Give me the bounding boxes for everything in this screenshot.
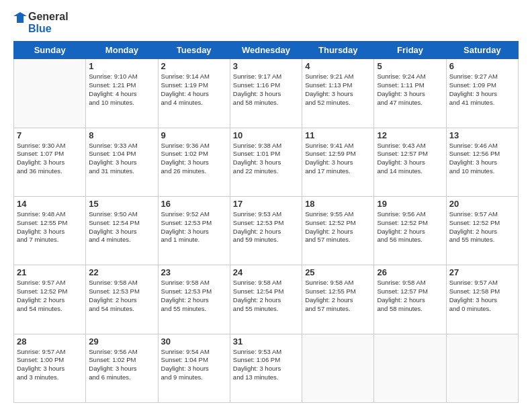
calendar-cell: 5Sunrise: 9:24 AM Sunset: 1:11 PM Daylig… — [374, 59, 446, 128]
day-info: Sunrise: 9:30 AM Sunset: 1:07 PM Dayligh… — [17, 142, 83, 176]
logo-general: General — [28, 11, 69, 23]
day-info: Sunrise: 9:57 AM Sunset: 12:58 PM Daylig… — [449, 279, 515, 313]
calendar-cell: 18Sunrise: 9:55 AM Sunset: 12:52 PM Dayl… — [302, 196, 374, 265]
day-number: 20 — [449, 199, 515, 209]
day-number: 15 — [89, 199, 154, 209]
calendar-cell: 6Sunrise: 9:27 AM Sunset: 1:09 PM Daylig… — [446, 59, 518, 128]
calendar-week-1: 1Sunrise: 9:10 AM Sunset: 1:21 PM Daylig… — [14, 59, 519, 128]
day-number: 11 — [305, 130, 371, 140]
day-info: Sunrise: 9:27 AM Sunset: 1:09 PM Dayligh… — [449, 73, 515, 107]
calendar-cell: 3Sunrise: 9:17 AM Sunset: 1:16 PM Daylig… — [230, 59, 302, 128]
day-info: Sunrise: 9:55 AM Sunset: 12:52 PM Daylig… — [305, 210, 371, 244]
calendar-week-3: 14Sunrise: 9:48 AM Sunset: 12:55 PM Dayl… — [14, 196, 519, 265]
calendar-cell — [302, 334, 374, 402]
calendar-cell: 27Sunrise: 9:57 AM Sunset: 12:58 PM Dayl… — [446, 265, 518, 334]
calendar-cell: 1Sunrise: 9:10 AM Sunset: 1:21 PM Daylig… — [86, 59, 158, 128]
weekday-header-friday: Friday — [374, 42, 446, 59]
day-number: 2 — [161, 61, 227, 71]
day-number: 19 — [377, 199, 443, 209]
day-info: Sunrise: 9:56 AM Sunset: 1:02 PM Dayligh… — [89, 348, 154, 382]
day-info: Sunrise: 9:17 AM Sunset: 1:16 PM Dayligh… — [233, 73, 299, 107]
day-number: 25 — [305, 267, 371, 277]
day-info: Sunrise: 9:24 AM Sunset: 1:11 PM Dayligh… — [377, 73, 443, 107]
logo-blue: Blue — [28, 23, 69, 35]
page: General Blue SundayMondayTuesdayWednesda… — [0, 0, 532, 411]
calendar-cell: 4Sunrise: 9:21 AM Sunset: 1:13 PM Daylig… — [302, 59, 374, 128]
day-info: Sunrise: 9:36 AM Sunset: 1:02 PM Dayligh… — [161, 142, 227, 176]
calendar-cell — [446, 334, 518, 402]
weekday-header-saturday: Saturday — [446, 42, 518, 59]
day-number: 27 — [449, 267, 515, 277]
weekday-header-thursday: Thursday — [302, 42, 374, 59]
day-info: Sunrise: 9:57 AM Sunset: 12:52 PM Daylig… — [449, 210, 515, 244]
day-number: 30 — [161, 336, 227, 347]
calendar-cell: 20Sunrise: 9:57 AM Sunset: 12:52 PM Dayl… — [446, 196, 518, 265]
day-number: 23 — [161, 267, 227, 277]
calendar-cell: 15Sunrise: 9:50 AM Sunset: 12:54 PM Dayl… — [86, 196, 158, 265]
calendar-cell: 8Sunrise: 9:33 AM Sunset: 1:04 PM Daylig… — [86, 128, 158, 196]
day-info: Sunrise: 9:38 AM Sunset: 1:01 PM Dayligh… — [233, 142, 299, 176]
calendar-cell: 14Sunrise: 9:48 AM Sunset: 12:55 PM Dayl… — [14, 196, 86, 265]
calendar-cell: 10Sunrise: 9:38 AM Sunset: 1:01 PM Dayli… — [230, 128, 302, 196]
weekday-header-monday: Monday — [86, 42, 158, 59]
day-info: Sunrise: 9:41 AM Sunset: 12:59 PM Daylig… — [305, 142, 371, 176]
calendar-cell: 22Sunrise: 9:58 AM Sunset: 12:53 PM Dayl… — [86, 265, 158, 334]
calendar-table: SundayMondayTuesdayWednesdayThursdayFrid… — [13, 41, 519, 403]
day-number: 24 — [233, 267, 299, 277]
day-info: Sunrise: 9:10 AM Sunset: 1:21 PM Dayligh… — [89, 73, 154, 107]
calendar-cell — [374, 334, 446, 402]
day-info: Sunrise: 9:53 AM Sunset: 12:53 PM Daylig… — [233, 210, 299, 244]
day-info: Sunrise: 9:58 AM Sunset: 12:53 PM Daylig… — [89, 279, 154, 313]
day-number: 31 — [233, 336, 299, 347]
calendar-cell: 26Sunrise: 9:58 AM Sunset: 12:57 PM Dayl… — [374, 265, 446, 334]
logo-bird-icon — [13, 11, 27, 24]
day-info: Sunrise: 9:53 AM Sunset: 1:06 PM Dayligh… — [233, 348, 299, 382]
day-info: Sunrise: 9:43 AM Sunset: 12:57 PM Daylig… — [377, 142, 443, 176]
day-info: Sunrise: 9:57 AM Sunset: 1:00 PM Dayligh… — [17, 348, 83, 382]
calendar-week-5: 28Sunrise: 9:57 AM Sunset: 1:00 PM Dayli… — [14, 334, 519, 402]
svg-marker-0 — [13, 12, 27, 23]
day-number: 26 — [377, 267, 443, 277]
day-number: 6 — [449, 61, 515, 71]
weekday-header-tuesday: Tuesday — [158, 42, 230, 59]
day-number: 21 — [17, 267, 83, 277]
header: General Blue — [13, 11, 519, 34]
calendar-cell: 7Sunrise: 9:30 AM Sunset: 1:07 PM Daylig… — [14, 128, 86, 196]
day-info: Sunrise: 9:21 AM Sunset: 1:13 PM Dayligh… — [305, 73, 371, 107]
calendar-cell: 13Sunrise: 9:46 AM Sunset: 12:56 PM Dayl… — [446, 128, 518, 196]
day-info: Sunrise: 9:56 AM Sunset: 12:52 PM Daylig… — [377, 210, 443, 244]
day-info: Sunrise: 9:52 AM Sunset: 12:53 PM Daylig… — [161, 210, 227, 244]
day-number: 10 — [233, 130, 299, 140]
day-number: 29 — [89, 336, 154, 347]
day-info: Sunrise: 9:14 AM Sunset: 1:19 PM Dayligh… — [161, 73, 227, 107]
calendar-cell: 21Sunrise: 9:57 AM Sunset: 12:52 PM Dayl… — [14, 265, 86, 334]
day-number: 5 — [377, 61, 443, 71]
day-number: 22 — [89, 267, 154, 277]
calendar-cell: 23Sunrise: 9:58 AM Sunset: 12:53 PM Dayl… — [158, 265, 230, 334]
day-number: 14 — [17, 199, 83, 209]
day-number: 16 — [161, 199, 227, 209]
calendar-cell: 30Sunrise: 9:54 AM Sunset: 1:04 PM Dayli… — [158, 334, 230, 402]
calendar-cell: 19Sunrise: 9:56 AM Sunset: 12:52 PM Dayl… — [374, 196, 446, 265]
day-number: 13 — [449, 130, 515, 140]
weekday-header-wednesday: Wednesday — [230, 42, 302, 59]
calendar-cell: 28Sunrise: 9:57 AM Sunset: 1:00 PM Dayli… — [14, 334, 86, 402]
calendar-cell: 25Sunrise: 9:58 AM Sunset: 12:55 PM Dayl… — [302, 265, 374, 334]
day-info: Sunrise: 9:50 AM Sunset: 12:54 PM Daylig… — [89, 210, 154, 244]
day-number: 12 — [377, 130, 443, 140]
day-number: 17 — [233, 199, 299, 209]
day-info: Sunrise: 9:58 AM Sunset: 12:54 PM Daylig… — [233, 279, 299, 313]
calendar-cell: 9Sunrise: 9:36 AM Sunset: 1:02 PM Daylig… — [158, 128, 230, 196]
calendar-cell — [14, 59, 86, 128]
day-info: Sunrise: 9:58 AM Sunset: 12:55 PM Daylig… — [305, 279, 371, 313]
day-number: 1 — [89, 61, 154, 71]
calendar-cell: 24Sunrise: 9:58 AM Sunset: 12:54 PM Dayl… — [230, 265, 302, 334]
logo: General Blue — [13, 11, 69, 34]
calendar-cell: 12Sunrise: 9:43 AM Sunset: 12:57 PM Dayl… — [374, 128, 446, 196]
calendar-cell: 31Sunrise: 9:53 AM Sunset: 1:06 PM Dayli… — [230, 334, 302, 402]
day-info: Sunrise: 9:33 AM Sunset: 1:04 PM Dayligh… — [89, 142, 154, 176]
day-info: Sunrise: 9:58 AM Sunset: 12:57 PM Daylig… — [377, 279, 443, 313]
calendar-cell: 16Sunrise: 9:52 AM Sunset: 12:53 PM Dayl… — [158, 196, 230, 265]
calendar-cell: 17Sunrise: 9:53 AM Sunset: 12:53 PM Dayl… — [230, 196, 302, 265]
day-number: 8 — [89, 130, 154, 140]
